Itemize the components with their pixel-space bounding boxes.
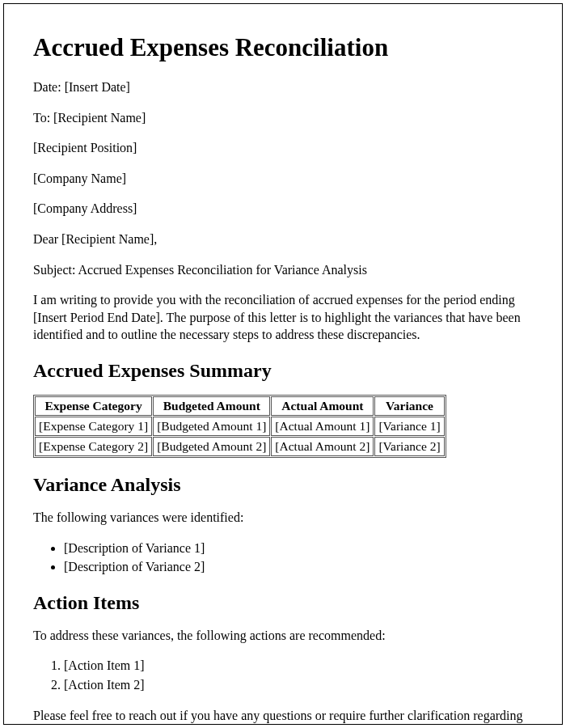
intro-paragraph: I am writing to provide you with the rec… [33,291,533,344]
cell-actual: [Actual Amount 2] [271,437,374,456]
col-header-category: Expense Category [35,396,152,416]
cell-budgeted: [Budgeted Amount 2] [153,437,270,456]
subject-line: Subject: Accrued Expenses Reconciliation… [33,261,533,279]
cell-budgeted: [Budgeted Amount 1] [153,417,270,436]
cell-category: [Expense Category 1] [35,417,152,436]
table-header-row: Expense Category Budgeted Amount Actual … [35,396,445,416]
document-page: Accrued Expenses Reconciliation Date: [I… [3,3,563,725]
date-line: Date: [Insert Date] [33,78,533,96]
cell-variance: [Variance 1] [374,417,444,436]
action-list: [Action Item 1] [Action Item 2] [64,657,533,693]
closing-paragraph: Please feel free to reach out if you hav… [33,707,533,726]
variance-heading: Variance Analysis [33,474,533,496]
to-line: To: [Recipient Name] [33,109,533,127]
expenses-table: Expense Category Budgeted Amount Actual … [33,395,446,458]
action-intro: To address these variances, the followin… [33,627,533,645]
recipient-position: [Recipient Position] [33,139,533,157]
col-header-budgeted: Budgeted Amount [153,396,270,416]
company-address: [Company Address] [33,200,533,218]
list-item: [Action Item 2] [64,676,533,694]
company-name: [Company Name] [33,170,533,188]
cell-category: [Expense Category 2] [35,437,152,456]
list-item: [Action Item 1] [64,657,533,675]
summary-heading: Accrued Expenses Summary [33,360,533,382]
action-heading: Action Items [33,592,533,614]
variance-list: [Description of Variance 1] [Description… [64,540,533,576]
col-header-actual: Actual Amount [271,396,374,416]
table-row: [Expense Category 2] [Budgeted Amount 2]… [35,437,445,456]
cell-actual: [Actual Amount 1] [271,417,374,436]
list-item: [Description of Variance 1] [64,540,533,557]
list-item: [Description of Variance 2] [64,558,533,576]
table-row: [Expense Category 1] [Budgeted Amount 1]… [35,417,445,436]
salutation: Dear [Recipient Name], [33,231,533,248]
cell-variance: [Variance 2] [374,437,444,456]
variance-intro: The following variances were identified: [33,509,533,527]
page-title: Accrued Expenses Reconciliation [33,33,533,62]
col-header-variance: Variance [374,396,444,416]
